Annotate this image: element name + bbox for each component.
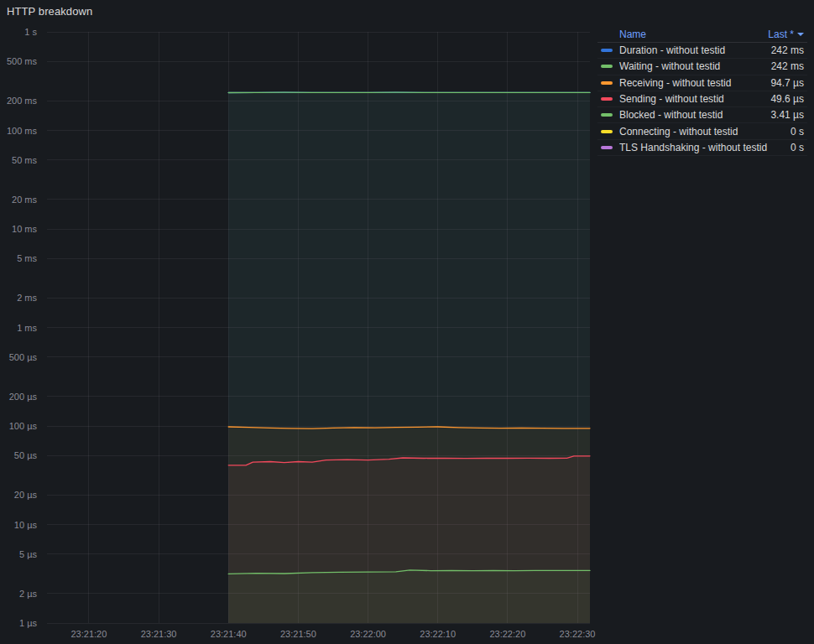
series-area-fill — [228, 570, 590, 623]
x-axis-tick-label: 23:21:20 — [70, 629, 107, 639]
y-axis-tick-label: 5 ms — [17, 253, 37, 263]
legend-row[interactable]: Sending - without testid49.6 µs — [597, 91, 807, 107]
series-last-value: 49.6 µs — [770, 93, 804, 105]
series-last-value: 0 s — [791, 142, 804, 153]
y-axis-tick-label: 10 ms — [12, 224, 37, 234]
legend-row[interactable]: Receiving - without testid94.7 µs — [597, 75, 807, 91]
series-color-swatch — [601, 130, 613, 133]
x-axis-tick-label: 23:21:30 — [141, 629, 177, 639]
y-axis-tick-label: 500 µs — [9, 352, 38, 362]
series-name[interactable]: Connecting - without testid — [619, 126, 784, 138]
y-axis-tick-label: 5 µs — [19, 549, 38, 559]
series-last-value: 3.41 µs — [770, 109, 804, 121]
y-axis-tick-label: 10 µs — [14, 520, 38, 530]
y-axis-tick-label: 500 ms — [7, 56, 38, 66]
series-last-value: 94.7 µs — [770, 77, 804, 89]
legend-row[interactable]: TLS Handshaking - without testid0 s — [597, 140, 807, 156]
y-axis-tick-label: 200 µs — [9, 392, 38, 402]
series-name[interactable]: Sending - without testid — [619, 93, 764, 105]
y-axis-tick-label: 1 ms — [17, 323, 37, 333]
legend-row[interactable]: Connecting - without testid0 s — [597, 123, 807, 139]
legend-column-last[interactable]: Last * — [768, 29, 804, 40]
series-name[interactable]: Duration - without testid — [619, 44, 764, 56]
series-color-swatch — [601, 97, 613, 101]
legend-column-last-label: Last * — [768, 29, 794, 40]
y-axis-tick-label: 2 ms — [17, 293, 37, 303]
series-color-swatch — [601, 146, 613, 149]
series-color-swatch — [601, 49, 613, 52]
series-last-value: 242 ms — [771, 44, 804, 56]
y-axis-tick-label: 1 µs — [19, 618, 38, 628]
series-last-value: 242 ms — [771, 60, 804, 72]
series-color-swatch — [601, 81, 613, 85]
x-axis-tick-label: 23:21:40 — [211, 629, 247, 639]
y-axis-tick-label: 1 s — [24, 27, 37, 37]
legend-row[interactable]: Duration - without testid242 ms — [597, 43, 807, 59]
x-axis-tick-label: 23:21:50 — [280, 629, 316, 639]
x-axis-tick-label: 23:22:30 — [560, 629, 596, 639]
y-axis-tick-label: 20 ms — [12, 195, 37, 205]
y-axis-tick-label: 50 µs — [14, 450, 38, 460]
legend-header: Name Last * — [597, 27, 807, 43]
series-name[interactable]: Receiving - without testid — [619, 77, 764, 89]
y-axis-tick-label: 2 µs — [19, 589, 38, 599]
y-axis-tick-label: 50 ms — [12, 155, 37, 165]
series-color-swatch — [601, 65, 613, 68]
y-axis-tick-label: 100 ms — [7, 126, 38, 136]
legend-column-name[interactable]: Name — [619, 29, 646, 40]
y-axis-tick-label: 100 µs — [9, 421, 38, 431]
panel-http-breakdown: HTTP breakdown 1 s500 ms200 ms100 ms50 m… — [0, 0, 814, 644]
series-name[interactable]: Blocked - without testid — [619, 109, 764, 121]
legend-row[interactable]: Blocked - without testid3.41 µs — [597, 107, 807, 123]
legend-row[interactable]: Waiting - without testid242 ms — [597, 59, 807, 75]
x-axis-tick-label: 23:22:20 — [489, 629, 525, 639]
series-last-value: 0 s — [791, 126, 804, 138]
legend-rows: Duration - without testid242 msWaiting -… — [597, 43, 807, 156]
x-axis-tick-label: 23:22:10 — [420, 629, 456, 639]
sort-caret-down-icon — [797, 33, 804, 36]
y-axis-tick-label: 200 ms — [7, 96, 38, 106]
legend: Name Last * Duration - without testid242… — [597, 27, 807, 156]
y-axis-tick-label: 20 µs — [14, 490, 38, 500]
series-name[interactable]: Waiting - without testid — [619, 60, 764, 72]
series-name[interactable]: TLS Handshaking - without testid — [619, 142, 784, 153]
x-axis-tick-label: 23:22:00 — [350, 629, 386, 639]
series-color-swatch — [601, 113, 613, 117]
